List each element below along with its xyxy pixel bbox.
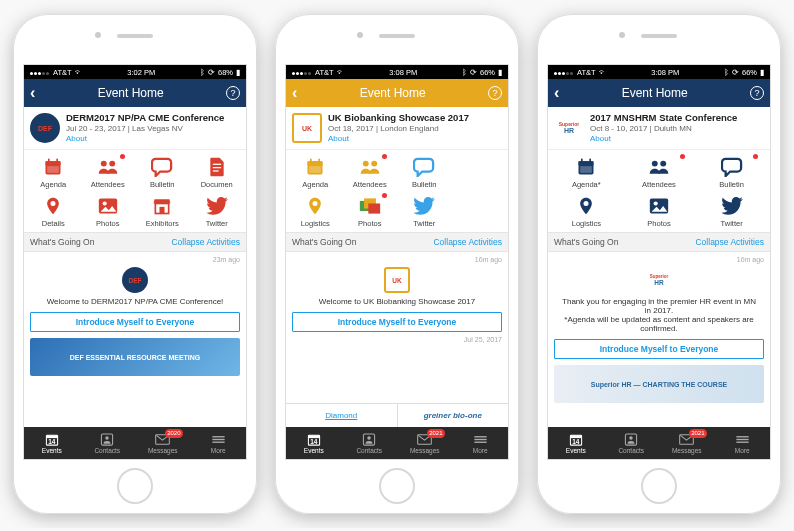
collapse-activities-link[interactable]: Collapse Activities xyxy=(171,237,240,247)
sponsor-tier-label[interactable]: Diamond xyxy=(286,404,398,427)
event-about-link[interactable]: About xyxy=(66,134,224,143)
help-button[interactable]: ? xyxy=(750,86,764,100)
status-bar: AT&T ᯤ 3:08 PM ᛒ ⟳ 66% ▮ xyxy=(286,65,508,79)
grid-item-label: Twitter xyxy=(413,219,435,228)
tab-more[interactable]: More xyxy=(453,427,509,459)
event-title: DERM2017 NP/PA CME Conference xyxy=(66,113,224,123)
tab-label: Events xyxy=(304,447,324,454)
grid-item-label: Bulletin xyxy=(412,180,437,189)
grid-item-twitter[interactable]: Twitter xyxy=(190,193,245,230)
grid-item-attendees[interactable]: Attendees xyxy=(81,154,136,191)
event-summary[interactable]: DEF DERM2017 NP/PA CME Conference Jul 20… xyxy=(24,107,246,150)
grid-item-details[interactable]: Details xyxy=(26,193,81,230)
tab-events[interactable]: 14 Events xyxy=(548,427,604,459)
sponsor-logo[interactable]: greiner bio-one xyxy=(398,404,509,427)
signal-dots-icon xyxy=(554,68,574,77)
tab-more[interactable]: More xyxy=(191,427,247,459)
introduce-myself-button[interactable]: Introduce Myself to Everyone xyxy=(554,339,764,359)
tab-contacts[interactable]: Contacts xyxy=(604,427,660,459)
home-button[interactable] xyxy=(117,468,153,504)
grid-item-agenda[interactable]: Agenda xyxy=(288,154,343,191)
svg-point-29 xyxy=(371,161,377,167)
battery-label: 66% xyxy=(742,68,757,77)
grid-item-attendees[interactable]: Attendees xyxy=(343,154,398,191)
grid-item-agenda[interactable]: Agenda xyxy=(26,154,81,191)
sponsor-strip[interactable]: Diamond greiner bio-one xyxy=(286,403,508,427)
bluetooth-icon: ᛒ xyxy=(724,68,729,77)
nav-header: ‹ Event Home ? xyxy=(286,79,508,107)
grid-item-label: Details xyxy=(42,219,65,228)
notification-dot-icon xyxy=(680,154,685,159)
collapse-activities-link[interactable]: Collapse Activities xyxy=(433,237,502,247)
svg-rect-21 xyxy=(212,438,224,439)
grid-item-label: Bulletin xyxy=(150,180,175,189)
tab-more[interactable]: More xyxy=(715,427,771,459)
event-logo: SuperiorHR xyxy=(554,113,584,143)
twitter-icon xyxy=(413,195,435,217)
back-button[interactable]: ‹ xyxy=(292,84,297,102)
grid-item-exhibitors[interactable]: Exhibitors xyxy=(135,193,190,230)
back-button[interactable]: ‹ xyxy=(554,84,559,102)
back-button[interactable]: ‹ xyxy=(30,84,35,102)
introduce-myself-button[interactable]: Introduce Myself to Everyone xyxy=(30,312,240,332)
help-button[interactable]: ? xyxy=(226,86,240,100)
calendar-icon xyxy=(42,156,64,178)
svg-point-12 xyxy=(102,202,106,206)
contacts-icon xyxy=(624,433,638,446)
home-button[interactable] xyxy=(641,468,677,504)
header-title: Event Home xyxy=(98,86,164,100)
carrier-label: AT&T xyxy=(577,68,596,77)
grid-item-bulletin[interactable]: Bulletin xyxy=(695,154,768,191)
grid-item-bulletin[interactable]: Bulletin xyxy=(135,154,190,191)
grid-item-label: Logistics xyxy=(301,219,330,228)
carrier-label: AT&T xyxy=(53,68,72,77)
tab-label: Events xyxy=(42,447,62,454)
grid-item-twitter[interactable]: Twitter xyxy=(695,193,768,230)
grid-item-attendees[interactable]: Attendees xyxy=(623,154,696,191)
event-about-link[interactable]: About xyxy=(328,134,469,143)
grid-item-documen[interactable]: Documen xyxy=(190,154,245,191)
grid-item-logistics[interactable]: Logistics xyxy=(288,193,343,230)
grid-item-photos[interactable]: Photos xyxy=(343,193,398,230)
grid-item-photos[interactable]: Photos xyxy=(623,193,696,230)
grid-item-logistics[interactable]: Logistics xyxy=(550,193,623,230)
feed-banner[interactable]: DEF ESSENTIAL RESOURCE MEETING xyxy=(30,338,240,376)
svg-rect-45 xyxy=(581,159,583,163)
event-subtitle: Oct 18, 2017 | London England xyxy=(328,124,469,133)
help-button[interactable]: ? xyxy=(488,86,502,100)
nav-header: ‹ Event Home ? xyxy=(548,79,770,107)
collapse-activities-link[interactable]: Collapse Activities xyxy=(695,237,764,247)
event-summary[interactable]: SuperiorHR 2017 MNSHRM State Conference … xyxy=(548,107,770,150)
orientation-lock-icon: ⟳ xyxy=(208,68,215,77)
pin-icon xyxy=(304,195,326,217)
grid-item-photos[interactable]: Photos xyxy=(81,193,136,230)
svg-rect-44 xyxy=(580,167,592,174)
svg-rect-8 xyxy=(213,167,221,168)
home-button[interactable] xyxy=(379,468,415,504)
grid-item-agenda[interactable]: Agenda* xyxy=(550,154,623,191)
tab-bar: 14 Events Contacts Messages 2020 More xyxy=(24,427,246,459)
signal-dots-icon xyxy=(30,68,50,77)
feed-banner[interactable]: Superior HR — CHARTING THE COURSE xyxy=(554,365,764,403)
tab-events[interactable]: 14 Events xyxy=(286,427,342,459)
tab-contacts[interactable]: Contacts xyxy=(342,427,398,459)
tab-contacts[interactable]: Contacts xyxy=(80,427,136,459)
tab-messages[interactable]: Messages 2021 xyxy=(659,427,715,459)
svg-point-10 xyxy=(51,201,56,206)
grid-item-twitter[interactable]: Twitter xyxy=(397,193,452,230)
svg-rect-22 xyxy=(212,441,224,442)
event-about-link[interactable]: About xyxy=(590,134,737,143)
svg-rect-7 xyxy=(213,164,221,165)
event-summary[interactable]: UK UK Biobanking Showcase 2017 Oct 18, 2… xyxy=(286,107,508,150)
tab-events[interactable]: 14 Events xyxy=(24,427,80,459)
tab-messages[interactable]: Messages 2021 xyxy=(397,427,453,459)
signal-dots-icon xyxy=(292,68,312,77)
introduce-myself-button[interactable]: Introduce Myself to Everyone xyxy=(292,312,502,332)
tab-label: Messages xyxy=(148,447,178,454)
twitter-icon xyxy=(721,195,743,217)
tab-badge: 2021 xyxy=(689,429,706,438)
grid-item-bulletin[interactable]: Bulletin xyxy=(397,154,452,191)
battery-icon: ▮ xyxy=(498,68,502,77)
tab-messages[interactable]: Messages 2020 xyxy=(135,427,191,459)
people-icon xyxy=(648,156,670,178)
